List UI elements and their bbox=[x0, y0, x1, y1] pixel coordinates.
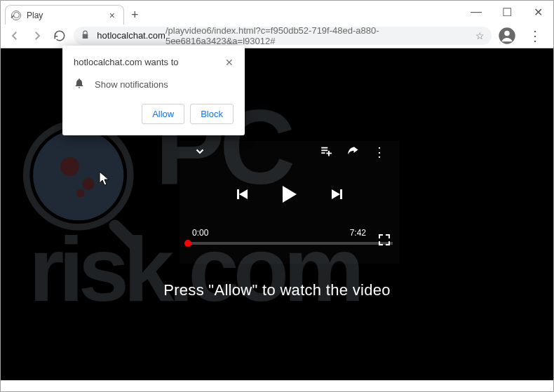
reload-button[interactable] bbox=[51, 27, 68, 44]
window-close-button[interactable]: ✕ bbox=[522, 4, 553, 20]
lock-icon bbox=[81, 30, 91, 41]
svg-point-6 bbox=[27, 123, 130, 227]
svg-point-5 bbox=[76, 189, 84, 197]
new-tab-button[interactable]: + bbox=[124, 8, 146, 22]
svg-rect-8 bbox=[321, 147, 327, 149]
permission-title: hotlocalchat.com wants to bbox=[74, 57, 179, 68]
svg-point-2 bbox=[33, 130, 123, 220]
profile-button[interactable] bbox=[497, 26, 517, 46]
video-player: ⋮ 0:00 7:42 bbox=[180, 141, 400, 264]
previous-track-button[interactable] bbox=[237, 189, 248, 199]
bookmark-star-icon[interactable]: ☆ bbox=[475, 30, 485, 41]
permission-item: Show notifications bbox=[95, 79, 168, 90]
url-field[interactable]: hotlocalchat.com/playvideo6/index.html?c… bbox=[74, 27, 492, 45]
duration: 7:42 bbox=[350, 228, 366, 238]
notification-permission-dialog: hotlocalchat.com wants to ✕ Show notific… bbox=[62, 46, 245, 135]
window-maximize-button[interactable]: ☐ bbox=[492, 4, 522, 20]
player-top-bar: ⋮ bbox=[180, 141, 400, 163]
browser-tab[interactable]: Play × bbox=[5, 5, 124, 25]
allow-button[interactable]: Allow bbox=[142, 104, 184, 124]
address-bar: hotlocalchat.com/playvideo6/index.html?c… bbox=[1, 23, 553, 48]
collapse-icon[interactable] bbox=[194, 144, 206, 160]
more-vertical-icon[interactable]: ⋮ bbox=[373, 144, 386, 160]
svg-point-1 bbox=[504, 30, 509, 35]
svg-rect-12 bbox=[326, 153, 332, 154]
forward-button[interactable] bbox=[29, 27, 46, 44]
progress-track[interactable] bbox=[187, 242, 393, 245]
fullscreen-button[interactable] bbox=[379, 234, 390, 245]
progress-thumb[interactable] bbox=[184, 240, 191, 247]
block-button[interactable]: Block bbox=[190, 104, 234, 124]
share-icon[interactable] bbox=[346, 144, 359, 160]
bell-icon bbox=[74, 78, 85, 91]
playlist-add-icon[interactable] bbox=[320, 144, 332, 160]
back-button[interactable] bbox=[6, 27, 23, 44]
tab-close-button[interactable]: × bbox=[107, 10, 118, 21]
url-path: /playvideo6/index.html?c=f950db52-719f-4… bbox=[165, 25, 475, 46]
instruction-text: Press "Allow" to watch the video bbox=[1, 281, 553, 299]
window-minimize-button[interactable]: — bbox=[461, 4, 492, 20]
svg-rect-9 bbox=[321, 150, 327, 151]
title-bar: Play × + — ☐ ✕ bbox=[1, 1, 553, 23]
bottom-status-strip bbox=[1, 380, 553, 391]
player-time-row: 0:00 7:42 bbox=[180, 225, 400, 239]
browser-menu-button[interactable]: ⋮ bbox=[522, 27, 548, 44]
next-track-button[interactable] bbox=[332, 189, 342, 199]
svg-rect-10 bbox=[321, 152, 325, 154]
play-button[interactable] bbox=[283, 186, 297, 203]
svg-point-4 bbox=[82, 178, 94, 190]
player-center-controls bbox=[180, 163, 400, 225]
window-controls: — ☐ ✕ bbox=[461, 1, 553, 23]
tabs-area: Play × + bbox=[1, 1, 146, 25]
url-host: hotlocalchat.com bbox=[97, 30, 165, 41]
tab-title: Play bbox=[27, 11, 107, 20]
globe-icon bbox=[11, 11, 21, 20]
permission-close-button[interactable]: ✕ bbox=[225, 57, 234, 68]
svg-point-3 bbox=[60, 157, 79, 176]
current-time: 0:00 bbox=[192, 228, 208, 238]
